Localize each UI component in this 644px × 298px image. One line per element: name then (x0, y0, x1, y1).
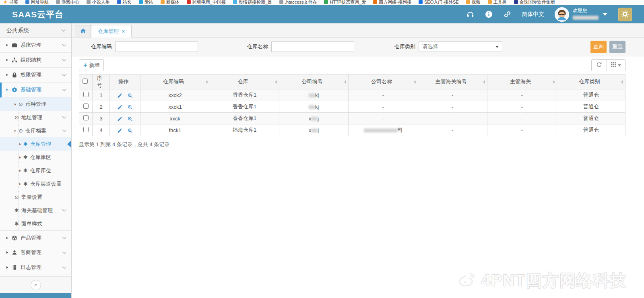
bookmark-item[interactable]: 工具类 (488, 0, 507, 5)
bookmark-item[interactable]: 金珠国际软件集团 (514, 0, 555, 5)
warehouse-type-select[interactable]: 请选择 (419, 41, 502, 52)
settings-hexagon-icon (11, 87, 17, 93)
view-zoom-icon[interactable] (128, 93, 133, 98)
sidebar-item-basic-mgmt[interactable]: 基础管理 (0, 83, 71, 97)
bookmark-item[interactable]: 网址导航 (25, 0, 49, 5)
user-icon (11, 250, 17, 256)
edit-pencil-icon[interactable] (117, 93, 122, 98)
edit-pencil-icon[interactable] (117, 105, 122, 110)
edit-pencil-icon[interactable] (117, 128, 122, 133)
language-switcher[interactable]: 简体中文 (522, 11, 544, 18)
cell-warehouse: 香香仓库1 (210, 101, 279, 113)
sidebar-item-currency-mgmt[interactable]: ⊙ 币种管理 (0, 97, 71, 111)
chevron-down-icon (603, 13, 607, 16)
row-checkbox[interactable] (83, 115, 89, 120)
col-company-no[interactable]: 公司编号▴▾ (279, 74, 349, 89)
triangle-right-icon (19, 170, 21, 172)
favicon (324, 0, 328, 4)
sort-icon[interactable]: ▴▾ (414, 80, 416, 84)
bookmark-item[interactable]: .htaccess文件在 (279, 0, 317, 5)
settings-gear-button[interactable] (618, 8, 632, 21)
asterisk-icon: ✱ (23, 181, 28, 187)
view-zoom-icon[interactable] (128, 116, 133, 122)
sidebar-item-log-mgmt[interactable]: 日志管理 (0, 260, 71, 275)
col-warehouse[interactable]: 仓库▴▾ (210, 74, 279, 89)
add-button-label: 新增 (89, 62, 99, 69)
warehouse-name-input[interactable] (271, 41, 354, 52)
sidebar-item-permission-mgmt[interactable]: 权限管理 (0, 68, 71, 83)
redacted-text (309, 93, 315, 97)
sidebar-collapse-button[interactable]: « (31, 280, 41, 290)
sidebar-item-org-structure[interactable]: 组织结构 (0, 53, 71, 68)
sort-icon[interactable]: ▴▾ (275, 80, 277, 84)
warehouse-code-input[interactable] (115, 41, 198, 52)
add-button[interactable]: + 新增 (79, 59, 104, 71)
sort-icon[interactable]: ▴▾ (553, 80, 555, 84)
sort-icon[interactable]: ▴▾ (621, 80, 623, 84)
sidebar-item-warehouse-channel[interactable]: ✱ 仓库渠道设置 (0, 177, 71, 190)
sidebar-item-warehouse-mgmt[interactable]: ✱ 仓库管理 (0, 137, 71, 151)
bookmark-label: 爱站 (144, 0, 153, 5)
tab-warehouse-mgmt[interactable]: 仓库管理 × (91, 25, 132, 37)
chevron-down-icon (62, 87, 66, 91)
asterisk-icon: ✱ (23, 168, 28, 174)
row-checkbox[interactable] (83, 92, 89, 97)
sort-icon[interactable]: ▴▾ (206, 80, 208, 84)
sidebar-item-warehouse-zone[interactable]: ✱ 仓库库区 (0, 151, 71, 164)
bookmark-item[interactable]: ★书签 (3, 0, 18, 5)
view-zoom-icon[interactable] (128, 128, 133, 133)
tab-home[interactable] (75, 25, 91, 37)
columns-button[interactable] (607, 60, 625, 71)
select-all-checkbox[interactable] (83, 79, 88, 84)
col-company-name[interactable]: 公司名称▴▾ (349, 74, 418, 89)
sidebar-item-warehouse-location[interactable]: ✱ 仓库库位 (0, 164, 71, 177)
cube-icon (11, 235, 17, 241)
col-warehouse-type[interactable]: 仓库类别▴▾ (557, 74, 625, 89)
sort-icon[interactable]: ▴▾ (483, 80, 485, 84)
bookmark-item[interactable]: SEO入门·接外SE (419, 0, 459, 5)
reset-button[interactable]: 重置 (609, 41, 625, 53)
bookmark-item[interactable]: 四方网络·接列接 (373, 0, 411, 5)
bookmark-item[interactable]: HTTP状态查询_爱 (324, 0, 366, 5)
info-icon[interactable] (485, 10, 493, 19)
sidebar-item-customs-basic-mgmt[interactable]: ✱ 海关基础管理 (0, 204, 71, 217)
bookmark-item[interactable]: 爱站 (139, 0, 153, 5)
bookmark-item[interactable]: 站长 (117, 0, 132, 5)
bookmark-item[interactable]: 舆情链接检测_反 (233, 0, 272, 5)
sidebar-item-constant-settings[interactable]: ⊙ 常量设置 (0, 190, 71, 204)
bookmark-item[interactable]: 新媒体 (161, 0, 180, 5)
cell-type: 普通仓 (557, 89, 625, 101)
row-checkbox[interactable] (83, 103, 89, 109)
bookmark-item[interactable]: 跨境电商_中国接 (187, 0, 226, 5)
avatar[interactable] (555, 7, 569, 22)
user-menu[interactable]: 欢迎您 (555, 7, 607, 22)
sidebar-item-waybill-style[interactable]: ✱ 面单样式 (0, 217, 71, 230)
bookmark-item[interactable]: 视频 (466, 0, 481, 5)
sidebar-item-customer-mgmt[interactable]: 客商管理 (0, 245, 71, 260)
sidebar-item-product-mgmt[interactable]: 产品管理 (0, 230, 71, 245)
bookmark-item[interactable]: 游戏中心 (56, 0, 79, 5)
sort-icon[interactable]: ▴▾ (345, 80, 346, 84)
view-zoom-icon[interactable] (128, 105, 133, 110)
col-customs-no[interactable]: 主管海关编号▴▾ (418, 74, 487, 89)
sidebar-item-label: 仓库库位 (30, 167, 51, 174)
bookmark-item[interactable]: 小说人生 (87, 0, 110, 5)
refresh-button[interactable] (592, 60, 607, 71)
bookmark-label: SEO入门·接外SE (424, 0, 459, 5)
row-checkbox[interactable] (83, 127, 89, 132)
query-button[interactable]: 查询 (590, 41, 607, 53)
col-warehouse-code[interactable]: 仓库编码▴▾ (140, 74, 210, 89)
link-icon[interactable] (503, 10, 511, 19)
sidebar-item-system-mgmt[interactable]: 系统管理 (0, 38, 71, 53)
sidebar-system-selector[interactable]: 公共系统 (0, 23, 71, 38)
bookmark-label: 舆情链接检测_反 (239, 0, 272, 5)
tab-close-icon[interactable]: × (122, 28, 125, 35)
sidebar-item-address-mgmt[interactable]: ⊙ 地址管理 (0, 111, 71, 124)
sidebar-item-warehouse-archive[interactable]: ⊙ 仓库档案 (0, 124, 71, 137)
welcome-text: 欢迎您 (573, 7, 599, 21)
edit-pencil-icon[interactable] (117, 116, 122, 122)
col-customs[interactable]: 主管海关▴▾ (487, 74, 557, 89)
cell-type: 普通仓 (557, 124, 625, 136)
bookmark-label: 视频 (472, 0, 481, 5)
headset-icon[interactable] (466, 10, 474, 19)
